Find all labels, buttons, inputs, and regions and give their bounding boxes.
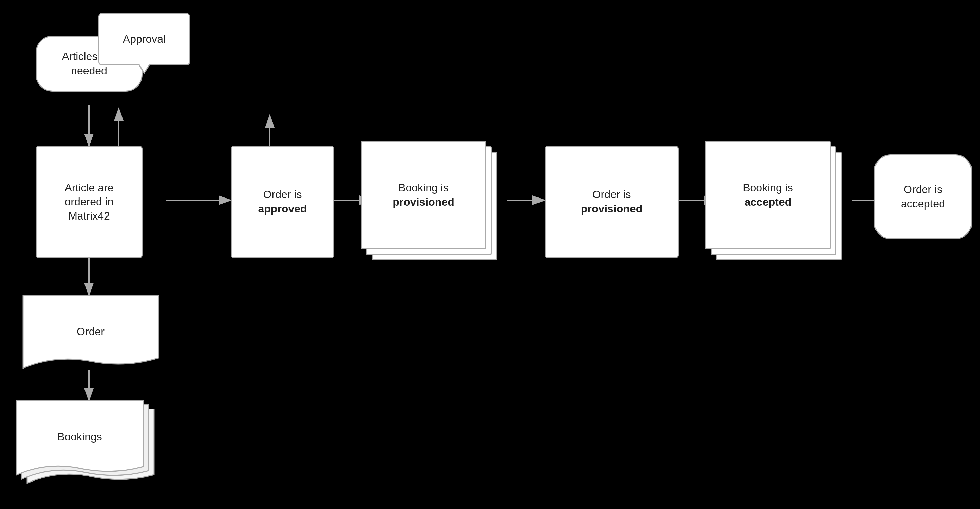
- article-ordered-label: Article areordered inMatrix42: [64, 181, 113, 223]
- booking-accepted-node: Booking isaccepted: [705, 141, 852, 266]
- order-accepted-label: Order isaccepted: [901, 183, 945, 211]
- svg-text:Order: Order: [77, 325, 105, 338]
- booking-accepted-label: Booking isaccepted: [743, 181, 793, 209]
- order-approved-label: Order isapproved: [258, 188, 307, 216]
- svg-text:Bookings: Bookings: [57, 431, 102, 443]
- booking-provisioned-node: Booking isprovisioned: [361, 141, 507, 266]
- booking-provisioned-label: Booking isprovisioned: [393, 181, 454, 209]
- approval-label: Approval: [123, 32, 165, 46]
- order-provisioned-node: Order isprovisioned: [545, 146, 679, 258]
- approval-node: Approval: [99, 13, 190, 65]
- order-accepted-node: Order isaccepted: [874, 154, 972, 239]
- order-node: Order: [21, 295, 161, 370]
- diagram-canvas: Articles are needed Article areordered i…: [0, 0, 980, 509]
- order-approved-node: Order isapproved: [231, 146, 334, 258]
- article-ordered-node: Article areordered inMatrix42: [36, 146, 143, 258]
- order-provisioned-label: Order isprovisioned: [581, 188, 642, 216]
- bookings-node: Bookings: [14, 401, 166, 492]
